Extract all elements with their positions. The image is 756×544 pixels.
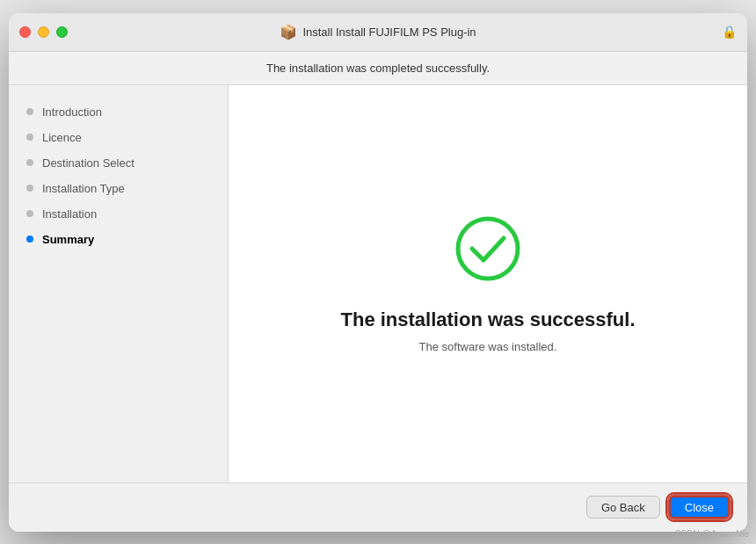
bottom-bar: Go Back Close	[9, 482, 747, 532]
subtitle-bar: The installation was completed successfu…	[9, 52, 747, 85]
success-subtitle: The software was installed.	[419, 340, 557, 353]
sidebar-dot-destination	[26, 159, 33, 166]
window-title: Install Install FUJIFILM PS Plug-in	[302, 25, 476, 39]
lock-icon: 🔒	[722, 25, 737, 39]
sidebar-dot-introduction	[26, 108, 33, 115]
content-area: Introduction Licence Destination Select …	[9, 85, 747, 482]
sidebar: Introduction Licence Destination Select …	[9, 85, 229, 482]
close-button-main[interactable]: Close	[669, 496, 730, 519]
sidebar-label-installation-type: Installation Type	[42, 182, 125, 195]
sidebar-dot-licence	[26, 134, 33, 141]
app-icon: 📦	[280, 24, 297, 40]
svg-point-0	[458, 219, 518, 279]
sidebar-dot-installation	[26, 210, 33, 217]
success-title: The installation was successful.	[341, 308, 636, 331]
titlebar: 📦 Install Install FUJIFILM PS Plug-in 🔒	[9, 13, 747, 52]
sidebar-label-summary: Summary	[42, 233, 94, 246]
sidebar-item-installation[interactable]: Installation	[9, 201, 228, 227]
traffic-lights	[19, 26, 68, 38]
window-title-container: 📦 Install Install FUJIFILM PS Plug-in	[280, 24, 476, 40]
subtitle-text: The installation was completed successfu…	[266, 62, 490, 75]
sidebar-dot-summary	[26, 236, 33, 243]
success-checkmark-icon	[453, 214, 523, 284]
maximize-button[interactable]	[56, 26, 68, 38]
sidebar-item-destination-select[interactable]: Destination Select	[9, 150, 228, 176]
main-content-area: The installation was successful. The sof…	[229, 85, 747, 482]
sidebar-label-licence: Licence	[42, 131, 82, 144]
sidebar-dot-installation-type	[26, 185, 33, 192]
sidebar-item-licence[interactable]: Licence	[9, 125, 228, 150]
close-button[interactable]	[19, 26, 31, 38]
sidebar-label-destination: Destination Select	[42, 156, 134, 170]
sidebar-item-introduction[interactable]: Introduction	[9, 99, 228, 125]
installer-window: 📦 Install Install FUJIFILM PS Plug-in 🔒 …	[9, 13, 747, 532]
go-back-button[interactable]: Go Back	[586, 496, 660, 519]
sidebar-label-introduction: Introduction	[42, 105, 102, 119]
minimize-button[interactable]	[38, 26, 49, 38]
success-icon-container	[453, 214, 523, 287]
sidebar-item-summary[interactable]: Summary	[9, 227, 228, 252]
sidebar-item-installation-type[interactable]: Installation Type	[9, 176, 228, 201]
watermark: CSDN @AnsonNie	[674, 529, 749, 539]
sidebar-label-installation: Installation	[42, 207, 97, 221]
